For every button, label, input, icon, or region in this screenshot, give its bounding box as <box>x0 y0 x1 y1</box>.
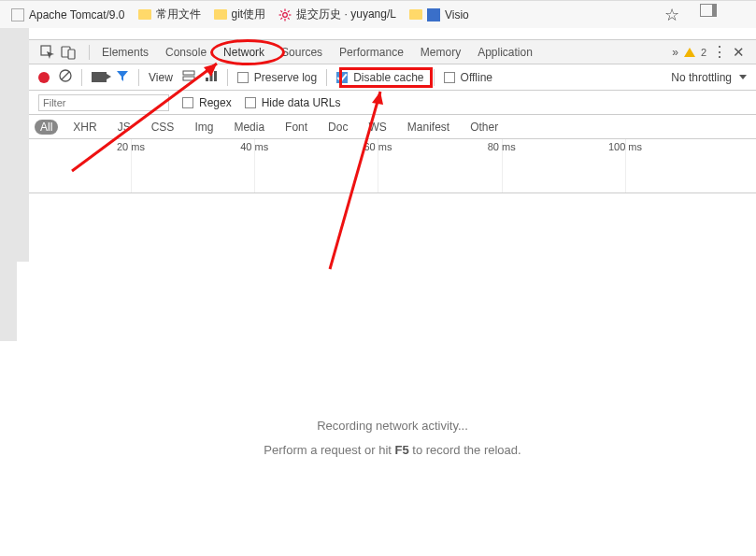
folder-icon <box>214 9 227 20</box>
bookmarks-bar: Apache Tomcat/9.0 常用文件 git使用 提交历史 · yuya… <box>0 0 756 28</box>
bookmark-label: Apache Tomcat/9.0 <box>29 8 125 21</box>
regex-checkbox[interactable]: Regex <box>182 96 232 109</box>
divider <box>434 69 435 86</box>
tab-console[interactable]: Console <box>157 40 215 64</box>
network-categories: All XHR JS CSS Img Media Font Doc WS Man… <box>29 115 756 139</box>
overflow-chevron-icon[interactable]: » <box>672 46 678 59</box>
window-dock-icon[interactable] <box>700 4 717 17</box>
close-icon[interactable]: ✕ <box>733 44 745 61</box>
warning-icon[interactable] <box>684 48 695 57</box>
cat-img[interactable]: Img <box>189 120 219 135</box>
preserve-log-checkbox[interactable]: Preserve log <box>237 71 317 84</box>
tab-network[interactable]: Network <box>215 40 273 64</box>
folder-icon <box>138 9 151 20</box>
throttling-select[interactable]: No throttling <box>671 71 732 84</box>
preserve-log-label: Preserve log <box>254 71 317 84</box>
clear-button[interactable] <box>59 69 72 85</box>
network-empty-state: Recording network activity... Perform a … <box>29 414 756 463</box>
cat-xhr[interactable]: XHR <box>67 120 102 135</box>
cat-doc[interactable]: Doc <box>322 120 353 135</box>
chevron-down-icon[interactable] <box>739 75 747 79</box>
bookmark-star-icon[interactable]: ☆ <box>664 5 679 25</box>
page-gutter <box>0 262 17 341</box>
filter-toggle-icon[interactable] <box>116 69 129 85</box>
page-gutter <box>0 28 29 262</box>
tl-tick: 60 ms <box>364 141 392 152</box>
view-label: View <box>149 71 173 84</box>
tl-tick: 100 ms <box>608 141 642 152</box>
cat-js[interactable]: JS <box>112 120 136 135</box>
svg-line-5 <box>281 10 283 12</box>
bookmark-item[interactable]: 提交历史 · yuyang/L <box>278 7 396 22</box>
page-favicon <box>11 8 24 21</box>
record-button[interactable] <box>38 72 50 83</box>
cat-media[interactable]: Media <box>228 120 270 135</box>
cat-other[interactable]: Other <box>464 120 504 135</box>
bookmark-label: 提交历史 · yuyang/L <box>296 7 396 22</box>
tab-elements[interactable]: Elements <box>93 40 157 64</box>
svg-rect-16 <box>206 78 208 81</box>
visio-icon <box>427 8 440 21</box>
tab-sources[interactable]: Sources <box>273 40 331 64</box>
inspect-element-icon[interactable] <box>40 45 55 60</box>
network-toolbar: View Preserve log Disable cache Offline … <box>29 64 756 91</box>
regex-label: Regex <box>199 96 232 109</box>
kebab-menu-icon[interactable]: ⋮ <box>712 48 727 57</box>
checkbox-icon <box>336 72 348 83</box>
warning-count: 2 <box>701 47 706 58</box>
checkbox-icon <box>182 97 193 108</box>
cat-manifest[interactable]: Manifest <box>402 120 455 135</box>
hide-data-urls-checkbox[interactable]: Hide data URLs <box>245 96 341 109</box>
tl-tick: 40 ms <box>240 141 268 152</box>
svg-line-6 <box>288 17 290 19</box>
tl-tick: 20 ms <box>117 141 145 152</box>
checkbox-icon <box>237 72 249 83</box>
svg-line-7 <box>281 17 283 19</box>
gear-icon <box>278 8 292 21</box>
svg-point-0 <box>283 12 288 17</box>
divider <box>81 69 82 86</box>
bookmark-item[interactable]: Apache Tomcat/9.0 <box>11 8 125 21</box>
overview-icon[interactable] <box>205 69 218 85</box>
cat-ws[interactable]: WS <box>363 120 392 135</box>
bookmark-item[interactable]: Visio <box>409 8 469 21</box>
checkbox-icon <box>444 72 455 83</box>
divider <box>138 69 139 86</box>
offline-checkbox[interactable]: Offline <box>444 71 492 84</box>
divider <box>89 45 90 60</box>
folder-icon <box>409 9 422 20</box>
cat-css[interactable]: CSS <box>146 120 180 135</box>
svg-line-8 <box>288 10 290 12</box>
divider <box>326 69 327 86</box>
bookmark-label: 常用文件 <box>156 7 201 22</box>
large-rows-icon[interactable] <box>182 69 195 85</box>
tab-performance[interactable]: Performance <box>331 40 412 64</box>
offline-label: Offline <box>461 71 492 84</box>
bookmark-item[interactable]: git使用 <box>214 7 266 22</box>
cat-all[interactable]: All <box>35 120 58 135</box>
device-toggle-icon[interactable] <box>61 45 76 60</box>
svg-rect-15 <box>183 77 194 80</box>
bookmark-label: Visio <box>445 8 469 21</box>
screenshot-icon[interactable] <box>92 72 107 82</box>
filter-input[interactable] <box>38 94 169 111</box>
svg-rect-14 <box>183 71 194 75</box>
devtools-tabs: Elements Console Network Sources Perform… <box>29 40 756 64</box>
tab-memory[interactable]: Memory <box>412 40 469 64</box>
svg-rect-18 <box>214 71 217 81</box>
disable-cache-label: Disable cache <box>353 71 423 84</box>
disable-cache-checkbox[interactable]: Disable cache <box>336 71 423 84</box>
bookmark-item[interactable]: 常用文件 <box>138 7 201 22</box>
cat-font[interactable]: Font <box>279 120 313 135</box>
empty-line-2: Perform a request or hit F5 to record th… <box>29 438 756 463</box>
bookmark-label: git使用 <box>232 7 266 22</box>
tab-application[interactable]: Application <box>469 40 541 64</box>
network-timeline[interactable]: 20 ms 40 ms 60 ms 80 ms 100 ms <box>29 139 756 193</box>
svg-rect-11 <box>68 50 75 59</box>
devtools-panel: Elements Console Network Sources Perform… <box>29 39 756 556</box>
svg-line-13 <box>62 72 69 79</box>
hide-data-label: Hide data URLs <box>262 96 341 109</box>
checkbox-icon <box>245 97 256 108</box>
divider <box>227 69 228 86</box>
empty-line-1: Recording network activity... <box>29 414 756 438</box>
